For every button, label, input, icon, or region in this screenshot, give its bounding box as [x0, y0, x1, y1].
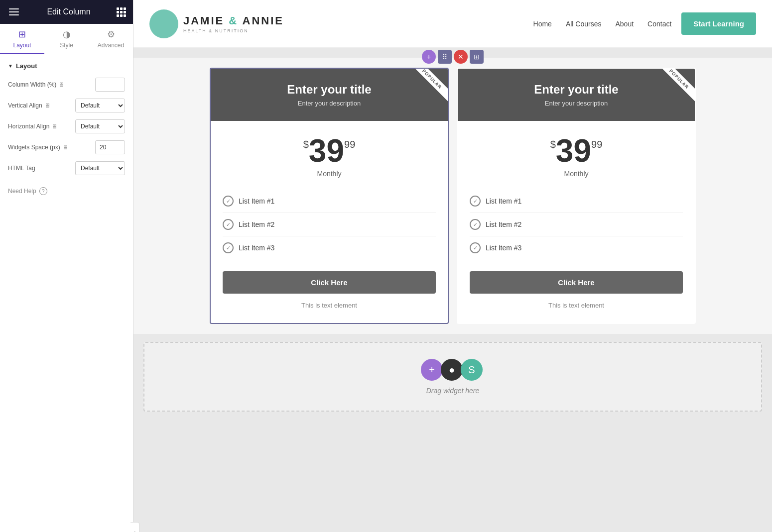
- html-tag-label: HTML Tag: [8, 165, 71, 172]
- drag-widget-area[interactable]: + ● S Drag widget here: [143, 342, 762, 412]
- price-area-1: $ 39 99 Monthly: [223, 135, 436, 178]
- logo-area: JAMIE & ANNIE HEALTH & NUTRITION: [149, 9, 284, 38]
- pricing-row: + ⠿ ✕ ⊞ Enter your title Enter your desc…: [143, 68, 762, 324]
- card-desc-1: Enter your description: [223, 100, 436, 107]
- list-item: ✓ List Item #2: [470, 213, 683, 236]
- nav-links: Home All Courses About Contact: [533, 20, 672, 28]
- list-item: ✓ List Item #3: [223, 236, 436, 259]
- top-nav: JAMIE & ANNIE HEALTH & NUTRITION Home Al…: [133, 0, 772, 48]
- pricing-section: + ⠿ ✕ ⊞ Enter your title Enter your desc…: [133, 58, 772, 334]
- canvas-area: + ⠿ ✕ ⊞ Enter your title Enter your desc…: [133, 48, 772, 532]
- add-column-button[interactable]: +: [422, 50, 436, 64]
- vertical-align-label: Vertical Align 🖥: [8, 102, 71, 109]
- close-column-button[interactable]: ✕: [454, 50, 468, 64]
- widget-icon: S: [461, 359, 483, 381]
- card-title-2: Enter your title: [470, 83, 683, 97]
- nav-about[interactable]: About: [615, 20, 634, 28]
- horizontal-align-label: Horizontal Align 🖥: [8, 123, 71, 130]
- tab-layout-label: Layout: [13, 42, 31, 49]
- vertical-align-select[interactable]: Default Top Middle Bottom: [75, 99, 125, 112]
- layout-icon: ⊞: [18, 29, 26, 40]
- advanced-icon: ⚙: [107, 29, 115, 40]
- card-desc-2: Enter your description: [470, 100, 683, 107]
- nav-all-courses[interactable]: All Courses: [566, 20, 602, 28]
- check-icon: ✓: [223, 219, 234, 230]
- card-body-1: $ 39 99 Monthly ✓ List Item #1: [211, 121, 448, 323]
- tab-layout[interactable]: ⊞ Layout: [0, 24, 44, 54]
- list-item: ✓ List Item #1: [223, 190, 436, 213]
- grid-icon[interactable]: [117, 7, 126, 17]
- monitor-icon-2: 🖥: [44, 102, 50, 109]
- card-header-1: Enter your title Enter your description …: [211, 69, 448, 121]
- sidebar-content: ▼ Layout Column Width (%) 🖥 Vertical Ali…: [0, 54, 133, 532]
- card-title-1: Enter your title: [223, 83, 436, 97]
- widgets-space-input[interactable]: [95, 140, 125, 154]
- need-help-label: Need Help: [8, 188, 36, 195]
- nav-home[interactable]: Home: [533, 20, 552, 28]
- list-item-text: List Item #3: [239, 244, 274, 252]
- vertical-align-row: Vertical Align 🖥 Default Top Middle Bott…: [8, 99, 125, 112]
- tab-advanced-label: Advanced: [98, 42, 124, 49]
- hamburger-icon[interactable]: [7, 6, 21, 17]
- list-item-text: List Item #2: [239, 220, 274, 228]
- sidebar: Edit Column ⊞ Layout ◑ Style ⚙ Advanced …: [0, 0, 133, 532]
- html-tag-select[interactable]: Default div section article header foote…: [75, 161, 125, 175]
- tab-style[interactable]: ◑ Style: [44, 24, 89, 54]
- list-item: ✓ List Item #2: [223, 213, 436, 236]
- collapse-sidebar-button[interactable]: ‹: [130, 522, 139, 532]
- check-icon: ✓: [223, 196, 234, 207]
- logo-circle: [149, 9, 178, 38]
- pricing-card-1: Enter your title Enter your description …: [210, 68, 449, 324]
- pricing-card-2: Enter your title Enter your description …: [457, 68, 696, 324]
- list-items-2: ✓ List Item #1 ✓ List Item #2 ✓ List Ite…: [470, 190, 683, 259]
- column-width-label: Column Width (%) 🖥: [8, 81, 91, 88]
- card-body-2: $ 39 99 Monthly ✓ List Item #1: [458, 121, 695, 323]
- card-header-2: Enter your title Enter your description …: [458, 69, 695, 121]
- card-cta-button-2[interactable]: Click Here: [470, 271, 683, 294]
- column-width-row: Column Width (%) 🖥: [8, 78, 125, 92]
- list-item: ✓ List Item #1: [470, 190, 683, 213]
- style-icon: ◑: [63, 29, 71, 40]
- drag-icons: + ● S: [423, 359, 483, 381]
- monitor-icon: 🖥: [58, 81, 64, 88]
- column-settings-button[interactable]: ⊞: [470, 50, 484, 64]
- check-icon: ✓: [470, 242, 481, 253]
- check-icon: ✓: [470, 219, 481, 230]
- price-main-2: $ 39 99: [470, 135, 683, 167]
- start-learning-button[interactable]: Start Learning: [681, 12, 756, 35]
- html-tag-row: HTML Tag Default div section article hea…: [8, 161, 125, 175]
- list-item-text: List Item #2: [486, 220, 521, 228]
- layout-section-title: ▼ Layout: [8, 62, 125, 70]
- sidebar-tabs: ⊞ Layout ◑ Style ⚙ Advanced: [0, 24, 133, 54]
- sidebar-header: Edit Column: [0, 0, 133, 24]
- horizontal-align-row: Horizontal Align 🖥 Default Left Center R…: [8, 119, 125, 133]
- price-period-1: Monthly: [223, 170, 436, 178]
- column-width-input[interactable]: [95, 78, 125, 92]
- logo-text: JAMIE & ANNIE HEALTH & NUTRITION: [183, 14, 284, 33]
- price-cents-2: 99: [591, 139, 602, 150]
- main-area: JAMIE & ANNIE HEALTH & NUTRITION Home Al…: [133, 0, 772, 532]
- list-item-text: List Item #1: [239, 197, 274, 205]
- logo-tagline: HEALTH & NUTRITION: [183, 28, 284, 33]
- list-item-text: List Item #1: [486, 197, 521, 205]
- price-number-2: 39: [556, 135, 591, 167]
- monitor-icon-4: 🖥: [62, 144, 68, 151]
- check-icon: ✓: [470, 196, 481, 207]
- tab-advanced[interactable]: ⚙ Advanced: [89, 24, 133, 54]
- card-footer-2: This is text element: [470, 302, 683, 309]
- price-period-2: Monthly: [470, 170, 683, 178]
- column-toolbar: + ⠿ ✕ ⊞: [422, 50, 484, 64]
- horizontal-align-select[interactable]: Default Left Center Right: [75, 119, 125, 133]
- price-cents-1: 99: [344, 139, 355, 150]
- card-cta-button-1[interactable]: Click Here: [223, 271, 436, 294]
- monitor-icon-3: 🖥: [51, 123, 57, 130]
- price-number-1: 39: [309, 135, 344, 167]
- price-main-1: $ 39 99: [223, 135, 436, 167]
- price-area-2: $ 39 99 Monthly: [470, 135, 683, 178]
- help-icon: ?: [39, 187, 47, 195]
- drag-content: + ● S Drag widget here: [423, 359, 483, 395]
- need-help-link[interactable]: Need Help ?: [8, 187, 125, 195]
- move-column-button[interactable]: ⠿: [438, 50, 452, 64]
- logo-brand: JAMIE & ANNIE: [183, 14, 284, 27]
- nav-contact[interactable]: Contact: [647, 20, 671, 28]
